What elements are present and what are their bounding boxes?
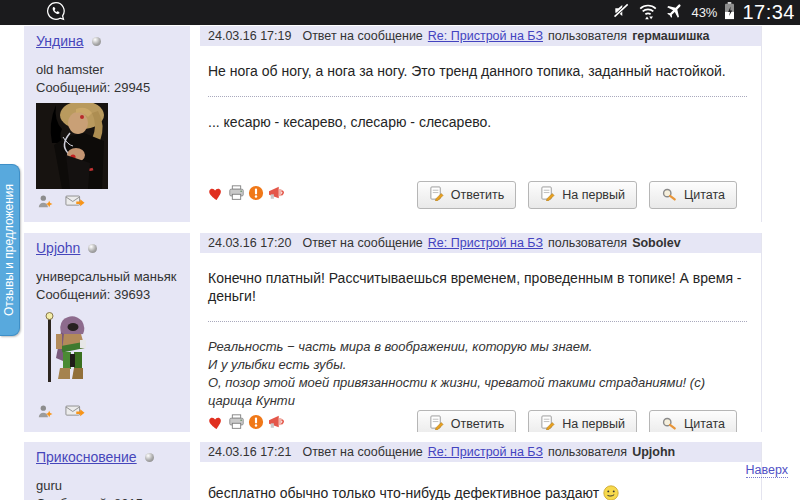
user-name-link[interactable]: Ундина [36,33,84,49]
send-message-icon[interactable] [65,404,86,423]
quote-button[interactable]: Цитата [649,410,737,432]
reply-label: Ответ на сообщение [302,236,422,250]
reply-label: Ответ на сообщение [302,445,422,459]
add-contact-icon[interactable] [36,194,54,213]
topic-link[interactable]: Re: Пристрой на БЗ [428,445,543,459]
wifi-icon [638,2,658,24]
mute-icon [612,2,631,23]
signature-line: И у улыбки есть зубы. [208,356,747,374]
forum-post: 24.03.16 17:19 Ответ на сообщение Re: Пр… [200,26,762,222]
reply-button[interactable]: Ответить [417,410,516,432]
user-post-count: Сообщений: 8215 [36,496,182,500]
status-time: 17:34 [742,1,795,24]
post-paragraph-text: бесплатно обычно только что-нибудь дефек… [208,485,599,500]
add-contact-icon[interactable] [36,404,54,423]
forum-post: 24.03.16 17:20 Ответ на сообщение Re: Пр… [200,233,762,432]
reply-edit-icon [429,186,444,204]
first-post-button[interactable]: На первый [528,181,637,209]
post-body: Конечно платный! Рассчитываешься времене… [200,253,761,432]
reply-edit-icon [429,415,444,432]
send-message-icon[interactable] [65,194,86,213]
first-post-icon [540,186,555,204]
post-divider [208,321,747,322]
quote-icon [661,416,677,433]
post-actions: Ответить На первый [208,181,747,216]
feedback-tab[interactable]: Отзывы и предложения [0,164,20,336]
forum-post: 24.03.16 17:21 Ответ на сообщение Re: Пр… [200,442,762,500]
user-title: универсальный маньяк [36,269,182,284]
first-post-button-label: На первый [562,417,625,431]
user-panel: Ундина old hamster Сообщений: 29945 [24,26,190,222]
post-divider [208,96,747,97]
user-title: old hamster [36,62,182,77]
quote-button-label: Цитата [684,417,725,431]
to-top-link[interactable]: Наверх [746,463,789,478]
whatsapp-notification-icon [46,1,66,25]
battery-charging-icon [724,2,735,24]
post-paragraph: бесплатно обычно только что-нибудь дефек… [208,484,747,500]
user-post-count: Сообщений: 39693 [36,287,182,302]
android-status-bar: 43% 17:34 [0,0,800,25]
like-heart-icon[interactable] [208,414,225,432]
reply-label: Ответ на сообщение [302,29,422,43]
feedback-tab-label: Отзывы и предложения [3,184,17,316]
post-body: бесплатно обычно только что-нибудь дефек… [200,462,761,500]
signature-line: Реальность − часть мира в воображении, к… [208,338,747,356]
user-status-icon [88,244,97,253]
user-label: пользователя [548,29,627,43]
smirk-smiley-icon [603,485,619,500]
user-label: пользователя [548,445,627,459]
reply-author: Upjohn [632,445,675,459]
warning-icon[interactable] [248,414,264,432]
user-status-icon [145,453,154,462]
battery-percent: 43% [691,5,717,20]
first-post-button-label: На первый [562,188,625,202]
post-date: 24.03.16 17:20 [208,236,291,250]
user-avatar [36,310,182,392]
signature-line: О, позор этой моей привязанности к жизни… [208,374,747,410]
user-post-count: Сообщений: 29945 [36,80,182,95]
topic-link[interactable]: Re: Пристрой на БЗ [428,29,543,43]
post-header: 24.03.16 17:21 Ответ на сообщение Re: Пр… [200,442,761,462]
post-header: 24.03.16 17:19 Ответ на сообщение Re: Пр… [200,26,761,46]
user-name-link[interactable]: Upjohn [36,240,80,256]
warning-icon[interactable] [248,185,264,205]
post-body: Не нога об ногу, а нога за ногу. Это тре… [200,46,761,222]
post-actions: Ответить На первый [208,410,747,432]
reply-button-label: Ответить [451,188,504,202]
reply-author: Sobolev [632,236,681,250]
user-avatar [36,103,182,193]
first-post-icon [540,415,555,432]
reply-author: гермашишка [632,29,709,43]
user-label: пользователя [548,236,627,250]
post-paragraph: Конечно платный! Рассчитываешься времене… [208,269,747,305]
quote-button-label: Цитата [684,188,725,202]
reply-button[interactable]: Ответить [417,181,516,209]
reply-button-label: Ответить [451,417,504,431]
user-panel: Прикосновение guru Сообщений: 8215 [24,442,190,500]
post-paragraph: ... кесарю - кесарево, слесарю - слесаре… [208,113,747,131]
complain-megaphone-icon[interactable] [267,414,287,432]
print-icon[interactable] [228,185,245,205]
complain-megaphone-icon[interactable] [267,185,287,205]
post-date: 24.03.16 17:21 [208,445,291,459]
user-title: guru [36,478,182,493]
user-status-icon [92,37,101,46]
user-name-link[interactable]: Прикосновение [36,449,137,465]
airplane-mode-icon [665,1,684,24]
print-icon[interactable] [228,414,245,432]
topic-link[interactable]: Re: Пристрой на БЗ [428,236,543,250]
post-date: 24.03.16 17:19 [208,29,291,43]
user-panel: Upjohn универсальный маньяк Сообщений: 3… [24,233,190,432]
first-post-button[interactable]: На первый [528,410,637,432]
quote-button[interactable]: Цитата [649,181,737,209]
post-header: 24.03.16 17:20 Ответ на сообщение Re: Пр… [200,233,761,253]
like-heart-icon[interactable] [208,185,225,205]
quote-icon [661,187,677,204]
post-paragraph: Не нога об ногу, а нога за ногу. Это тре… [208,62,747,80]
